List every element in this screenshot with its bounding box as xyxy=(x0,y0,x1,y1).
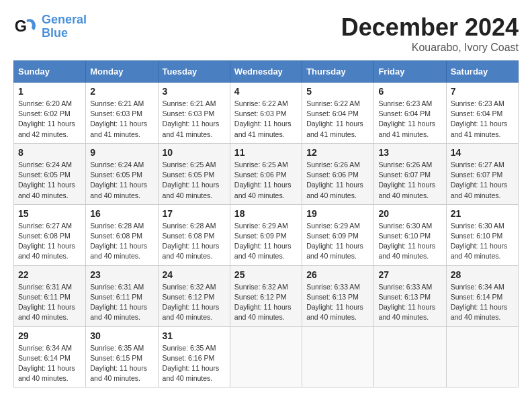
day-of-week-header: Sunday xyxy=(14,61,86,83)
calendar-day-cell xyxy=(446,326,518,387)
day-info: Sunrise: 6:30 AM Sunset: 6:10 PM Dayligh… xyxy=(378,221,441,262)
logo-line1: General xyxy=(42,13,87,26)
day-info: Sunrise: 6:31 AM Sunset: 6:11 PM Dayligh… xyxy=(90,282,153,323)
title-area: December 2024 Kouarabo, Ivory Coast xyxy=(341,13,519,54)
month-title: December 2024 xyxy=(341,13,519,42)
day-number: 9 xyxy=(90,147,153,158)
calendar-day-cell: 17 Sunrise: 6:28 AM Sunset: 6:08 PM Dayl… xyxy=(158,204,230,265)
calendar-week-row: 15 Sunrise: 6:27 AM Sunset: 6:08 PM Dayl… xyxy=(14,204,519,265)
day-number: 13 xyxy=(378,147,441,158)
calendar-week-row: 22 Sunrise: 6:31 AM Sunset: 6:11 PM Dayl… xyxy=(14,265,519,326)
page-header: G General Blue December 2024 Kouarabo, I… xyxy=(13,13,519,54)
calendar-day-cell: 19 Sunrise: 6:29 AM Sunset: 6:09 PM Dayl… xyxy=(302,204,374,265)
calendar-header-row: SundayMondayTuesdayWednesdayThursdayFrid… xyxy=(14,61,519,83)
day-info: Sunrise: 6:29 AM Sunset: 6:09 PM Dayligh… xyxy=(234,221,298,262)
calendar-day-cell: 13 Sunrise: 6:26 AM Sunset: 6:07 PM Dayl… xyxy=(374,143,446,204)
day-of-week-header: Monday xyxy=(86,61,158,83)
day-number: 5 xyxy=(306,86,369,97)
day-info: Sunrise: 6:29 AM Sunset: 6:09 PM Dayligh… xyxy=(306,221,369,262)
day-of-week-header: Wednesday xyxy=(230,61,302,83)
calendar-day-cell: 9 Sunrise: 6:24 AM Sunset: 6:05 PM Dayli… xyxy=(86,143,158,204)
logo-line2: Blue xyxy=(42,26,68,40)
day-info: Sunrise: 6:31 AM Sunset: 6:11 PM Dayligh… xyxy=(18,282,81,323)
calendar-day-cell: 3 Sunrise: 6:21 AM Sunset: 6:03 PM Dayli… xyxy=(158,83,230,144)
calendar-day-cell: 7 Sunrise: 6:23 AM Sunset: 6:04 PM Dayli… xyxy=(446,83,518,144)
calendar-day-cell: 20 Sunrise: 6:30 AM Sunset: 6:10 PM Dayl… xyxy=(374,204,446,265)
day-number: 12 xyxy=(306,147,369,158)
day-info: Sunrise: 6:21 AM Sunset: 6:03 PM Dayligh… xyxy=(163,99,226,140)
calendar-day-cell: 2 Sunrise: 6:21 AM Sunset: 6:03 PM Dayli… xyxy=(86,83,158,144)
calendar-day-cell: 26 Sunrise: 6:33 AM Sunset: 6:13 PM Dayl… xyxy=(302,265,374,326)
logo-icon: G xyxy=(13,15,38,39)
calendar-day-cell: 28 Sunrise: 6:34 AM Sunset: 6:14 PM Dayl… xyxy=(446,265,518,326)
day-number: 20 xyxy=(378,208,441,219)
calendar-day-cell: 15 Sunrise: 6:27 AM Sunset: 6:08 PM Dayl… xyxy=(14,204,86,265)
calendar-week-row: 29 Sunrise: 6:34 AM Sunset: 6:14 PM Dayl… xyxy=(14,326,519,387)
location-title: Kouarabo, Ivory Coast xyxy=(341,42,519,54)
day-info: Sunrise: 6:28 AM Sunset: 6:08 PM Dayligh… xyxy=(90,221,153,262)
calendar-day-cell xyxy=(302,326,374,387)
calendar-day-cell: 27 Sunrise: 6:33 AM Sunset: 6:13 PM Dayl… xyxy=(374,265,446,326)
day-number: 28 xyxy=(451,269,514,280)
calendar-day-cell: 22 Sunrise: 6:31 AM Sunset: 6:11 PM Dayl… xyxy=(14,265,86,326)
day-number: 23 xyxy=(90,269,153,280)
day-number: 1 xyxy=(18,86,81,97)
calendar-day-cell: 29 Sunrise: 6:34 AM Sunset: 6:14 PM Dayl… xyxy=(14,326,86,387)
day-info: Sunrise: 6:21 AM Sunset: 6:03 PM Dayligh… xyxy=(90,99,153,140)
day-number: 24 xyxy=(163,269,226,280)
day-info: Sunrise: 6:26 AM Sunset: 6:07 PM Dayligh… xyxy=(378,160,441,201)
calendar-day-cell: 31 Sunrise: 6:35 AM Sunset: 6:16 PM Dayl… xyxy=(158,326,230,387)
day-info: Sunrise: 6:25 AM Sunset: 6:06 PM Dayligh… xyxy=(234,160,298,201)
day-of-week-header: Thursday xyxy=(302,61,374,83)
day-of-week-header: Tuesday xyxy=(158,61,230,83)
calendar-day-cell: 21 Sunrise: 6:30 AM Sunset: 6:10 PM Dayl… xyxy=(446,204,518,265)
day-info: Sunrise: 6:35 AM Sunset: 6:15 PM Dayligh… xyxy=(90,343,153,384)
day-number: 7 xyxy=(451,86,514,97)
day-number: 22 xyxy=(18,269,81,280)
day-info: Sunrise: 6:34 AM Sunset: 6:14 PM Dayligh… xyxy=(451,282,514,323)
day-of-week-header: Friday xyxy=(374,61,446,83)
calendar-body: 1 Sunrise: 6:20 AM Sunset: 6:02 PM Dayli… xyxy=(14,83,519,387)
day-number: 25 xyxy=(234,269,298,280)
day-info: Sunrise: 6:24 AM Sunset: 6:05 PM Dayligh… xyxy=(18,160,81,201)
day-info: Sunrise: 6:34 AM Sunset: 6:14 PM Dayligh… xyxy=(18,343,81,384)
calendar-day-cell: 14 Sunrise: 6:27 AM Sunset: 6:07 PM Dayl… xyxy=(446,143,518,204)
calendar-week-row: 1 Sunrise: 6:20 AM Sunset: 6:02 PM Dayli… xyxy=(14,83,519,144)
calendar-day-cell: 1 Sunrise: 6:20 AM Sunset: 6:02 PM Dayli… xyxy=(14,83,86,144)
logo-text: General Blue xyxy=(42,13,87,40)
day-number: 16 xyxy=(90,208,153,219)
calendar-day-cell: 30 Sunrise: 6:35 AM Sunset: 6:15 PM Dayl… xyxy=(86,326,158,387)
day-number: 11 xyxy=(234,147,298,158)
day-number: 19 xyxy=(306,208,369,219)
day-number: 3 xyxy=(163,86,226,97)
day-info: Sunrise: 6:32 AM Sunset: 6:12 PM Dayligh… xyxy=(234,282,298,323)
day-info: Sunrise: 6:22 AM Sunset: 6:03 PM Dayligh… xyxy=(234,99,298,140)
day-info: Sunrise: 6:30 AM Sunset: 6:10 PM Dayligh… xyxy=(451,221,514,262)
calendar-table: SundayMondayTuesdayWednesdayThursdayFrid… xyxy=(13,60,519,387)
calendar-day-cell: 11 Sunrise: 6:25 AM Sunset: 6:06 PM Dayl… xyxy=(230,143,302,204)
day-number: 2 xyxy=(90,86,153,97)
calendar-day-cell: 12 Sunrise: 6:26 AM Sunset: 6:06 PM Dayl… xyxy=(302,143,374,204)
day-info: Sunrise: 6:28 AM Sunset: 6:08 PM Dayligh… xyxy=(163,221,226,262)
calendar-day-cell: 24 Sunrise: 6:32 AM Sunset: 6:12 PM Dayl… xyxy=(158,265,230,326)
day-info: Sunrise: 6:23 AM Sunset: 6:04 PM Dayligh… xyxy=(378,99,441,140)
day-info: Sunrise: 6:32 AM Sunset: 6:12 PM Dayligh… xyxy=(163,282,226,323)
calendar-day-cell: 5 Sunrise: 6:22 AM Sunset: 6:04 PM Dayli… xyxy=(302,83,374,144)
day-number: 8 xyxy=(18,147,81,158)
day-info: Sunrise: 6:33 AM Sunset: 6:13 PM Dayligh… xyxy=(306,282,369,323)
day-number: 29 xyxy=(18,330,81,341)
calendar-day-cell: 10 Sunrise: 6:25 AM Sunset: 6:05 PM Dayl… xyxy=(158,143,230,204)
day-number: 31 xyxy=(163,330,226,341)
day-number: 14 xyxy=(451,147,514,158)
day-number: 27 xyxy=(378,269,441,280)
day-number: 21 xyxy=(451,208,514,219)
day-number: 18 xyxy=(234,208,298,219)
calendar-day-cell: 8 Sunrise: 6:24 AM Sunset: 6:05 PM Dayli… xyxy=(14,143,86,204)
logo: G General Blue xyxy=(13,13,87,40)
day-info: Sunrise: 6:22 AM Sunset: 6:04 PM Dayligh… xyxy=(306,99,369,140)
day-number: 26 xyxy=(306,269,369,280)
calendar-day-cell: 18 Sunrise: 6:29 AM Sunset: 6:09 PM Dayl… xyxy=(230,204,302,265)
day-number: 17 xyxy=(163,208,226,219)
day-info: Sunrise: 6:33 AM Sunset: 6:13 PM Dayligh… xyxy=(378,282,441,323)
day-number: 10 xyxy=(163,147,226,158)
